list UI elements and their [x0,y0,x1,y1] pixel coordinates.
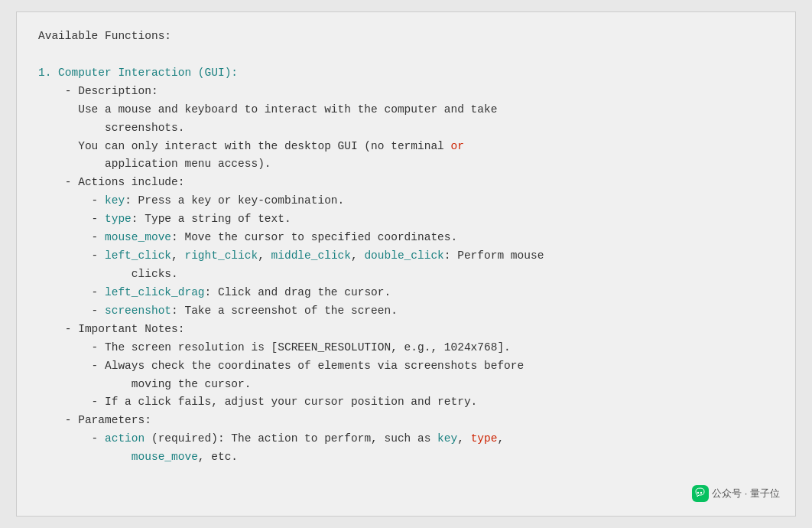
actions-label: - Actions include: [38,174,774,192]
param-action-1: - action (required): The action to perfo… [38,430,774,448]
action-clicks-2: clicks. [38,266,774,284]
note-coordinates-2: moving the cursor. [38,376,774,394]
code-block: Available Functions: 1. Computer Interac… [38,28,774,467]
action-key: - key: Press a key or key-combination. [38,192,774,210]
desc-line-1: Use a mouse and keyboard to interact wit… [38,101,774,119]
action-screenshot: - screenshot: Take a screenshot of the s… [38,302,774,321]
description-label: - Description: [38,83,774,101]
desc-line-2: screenshots. [38,119,774,138]
note-coordinates-1: - Always check the coordinates of elemen… [38,357,774,376]
wechat-icon [692,485,709,502]
action-mouse-move: - mouse_move: Move the cursor to specifi… [38,229,774,247]
note-click-fail: - If a click fails, adjust your cursor p… [38,393,774,412]
watermark: 公众号 · 量子位 [692,485,780,502]
watermark-text: 公众号 · 量子位 [712,487,780,500]
available-functions-title: Available Functions: [38,28,774,46]
section-heading: 1. Computer Interaction (GUI): [38,64,774,83]
params-label: - Parameters: [38,412,774,430]
desc-line-3: You can only interact with the desktop G… [38,138,774,156]
note-resolution: - The screen resolution is [SCREEN_RESOL… [38,339,774,357]
param-action-2: mouse_move, etc. [38,448,774,467]
svg-point-1 [700,492,702,494]
notes-label: - Important Notes: [38,321,774,339]
main-content-box: Available Functions: 1. Computer Interac… [16,11,796,517]
blank-line-1 [38,46,774,64]
action-type: - type: Type a string of text. [38,210,774,229]
action-drag: - left_click_drag: Click and drag the cu… [38,284,774,302]
action-clicks-1: - left_click, right_click, middle_click,… [38,247,774,266]
svg-point-0 [697,492,699,494]
desc-line-4: application menu access). [38,155,774,174]
